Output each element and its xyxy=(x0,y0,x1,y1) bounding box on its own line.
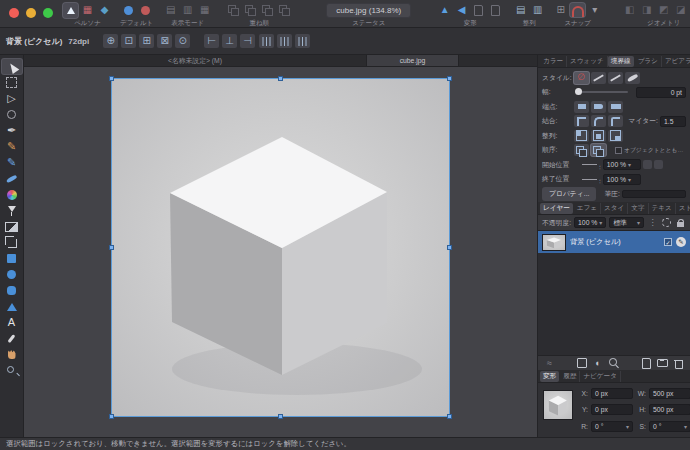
rotation-center-icon[interactable]: ⊕ xyxy=(103,34,118,48)
dashed-stroke-button[interactable] xyxy=(608,72,623,84)
layer-edit-badge-icon[interactable] xyxy=(676,237,686,247)
canvas-viewport[interactable] xyxy=(24,67,537,437)
minimize-window-button[interactable] xyxy=(26,8,36,18)
geometry-add-icon[interactable]: ◧ xyxy=(622,3,637,17)
width-input[interactable]: 500 px xyxy=(649,388,690,399)
geometry-intersect-icon[interactable]: ◩ xyxy=(656,3,671,17)
document-tab-untitled[interactable]: <名称未設定> (M) xyxy=(24,55,367,66)
tab-navigator[interactable]: ナビゲータ xyxy=(580,371,621,382)
selection-handle-sw[interactable] xyxy=(109,414,114,419)
opacity-stepper-icon[interactable]: ⋮ xyxy=(647,217,658,229)
new-layer-icon[interactable] xyxy=(640,357,653,370)
default-preset-red-icon[interactable] xyxy=(138,3,153,17)
height-input[interactable]: 500 px xyxy=(649,404,690,415)
shear-input[interactable]: 0 ° xyxy=(649,421,690,432)
view-mode-pixel-icon[interactable]: ▥ xyxy=(180,3,195,17)
rectangle-tool[interactable] xyxy=(2,251,22,266)
artboard-tool[interactable] xyxy=(2,75,22,90)
pressure-profile-field[interactable] xyxy=(622,190,686,198)
move-tool[interactable] xyxy=(2,59,22,74)
tab-swatches[interactable]: スウォッチ xyxy=(567,56,608,67)
anchor-point-selector[interactable] xyxy=(543,390,573,420)
move-to-back-icon[interactable] xyxy=(277,3,292,17)
live-filter-icon[interactable] xyxy=(608,357,621,370)
document-image[interactable] xyxy=(112,79,449,416)
distribute-vertical-icon[interactable] xyxy=(295,34,310,48)
bevel-join-button[interactable] xyxy=(608,115,623,127)
layer-row-background[interactable]: 背景 (ピクセル) xyxy=(538,231,690,253)
crop-tool[interactable] xyxy=(2,235,22,250)
stroke-extra-button-1[interactable] xyxy=(643,160,652,169)
butt-cap-button[interactable] xyxy=(574,101,589,113)
square-cap-button[interactable] xyxy=(608,101,623,113)
geometry-subtract-icon[interactable]: ◨ xyxy=(639,3,654,17)
rotation-input[interactable]: 0 ° xyxy=(591,421,633,432)
selection-handle-se[interactable] xyxy=(447,414,452,419)
pencil-tool[interactable]: ✎ xyxy=(2,155,22,170)
stroke-behind-fill-button[interactable] xyxy=(574,144,589,156)
cycle-selection-box-icon[interactable]: ⊡ xyxy=(121,34,136,48)
zoom-tool[interactable] xyxy=(2,363,22,378)
document-tab-cube[interactable]: cube.jpg xyxy=(367,55,459,66)
place-image-tool[interactable] xyxy=(2,219,22,234)
selection-handle-e[interactable] xyxy=(447,245,452,250)
miter-input[interactable]: 1.5 xyxy=(660,116,686,127)
x-input[interactable]: 0 px xyxy=(591,388,633,399)
lock-layer-icon[interactable] xyxy=(675,217,686,229)
stroke-end-input[interactable]: 100 % xyxy=(603,174,641,185)
color-picker-tool[interactable] xyxy=(2,331,22,346)
flip-horizontal-icon[interactable]: ▲ xyxy=(437,3,452,17)
selection-handle-w[interactable] xyxy=(109,245,114,250)
default-preset-blue-icon[interactable] xyxy=(121,3,136,17)
align-center-icon[interactable]: ⊥ xyxy=(222,34,237,48)
stroke-align-outside-button[interactable] xyxy=(608,130,623,142)
tab-layers[interactable]: レイヤー xyxy=(540,203,573,214)
end-stepper-icon[interactable] xyxy=(597,170,603,188)
snapping-magnet-icon[interactable] xyxy=(570,3,585,17)
pixel-persona-icon[interactable]: ▦ xyxy=(80,3,95,17)
view-mode-vector-icon[interactable]: ▤ xyxy=(163,3,178,17)
selection-handle-nw[interactable] xyxy=(109,76,114,81)
move-to-front-icon[interactable] xyxy=(226,3,241,17)
stroke-width-input[interactable]: 0 pt xyxy=(636,87,686,98)
y-input[interactable]: 0 px xyxy=(591,404,633,415)
text-tool[interactable]: A xyxy=(2,315,22,330)
selection-handle-s[interactable] xyxy=(278,414,283,419)
opacity-input[interactable]: 100 % xyxy=(574,217,606,228)
snap-dropdown-caret-icon[interactable]: ▾ xyxy=(587,3,602,17)
point-transform-tool[interactable] xyxy=(2,107,22,122)
tab-stroke[interactable]: 境界線 xyxy=(608,56,634,67)
tab-history[interactable]: 履歴 xyxy=(560,371,580,382)
view-hand-tool[interactable] xyxy=(2,347,22,362)
round-cap-button[interactable] xyxy=(591,101,606,113)
scale-with-object-checkbox[interactable] xyxy=(615,147,622,154)
export-persona-icon[interactable]: ◆ xyxy=(97,3,112,17)
color-wheel-tool[interactable] xyxy=(2,187,22,202)
affinity-photo-logo[interactable] xyxy=(63,3,78,18)
tab-color[interactable]: カラー xyxy=(540,56,567,67)
layer-visibility-checkbox[interactable] xyxy=(664,238,672,246)
new-group-icon[interactable] xyxy=(656,357,669,370)
distribute-horizontal-icon[interactable] xyxy=(259,34,274,48)
align-right-icon[interactable]: ⊣ xyxy=(240,34,255,48)
transparency-tool[interactable] xyxy=(2,203,22,218)
tab-text-styles[interactable]: テキス xyxy=(649,203,676,214)
transform-separately-icon[interactable]: ⊠ xyxy=(157,34,172,48)
tab-styles[interactable]: スタイ xyxy=(601,203,628,214)
rounded-rectangle-tool[interactable] xyxy=(2,283,22,298)
align-left-icon[interactable]: ⊢ xyxy=(204,34,219,48)
blend-ranges-icon[interactable]: ≈ xyxy=(543,357,556,370)
show-handles-icon[interactable]: ⊞ xyxy=(139,34,154,48)
alignment-icon[interactable]: ▤ xyxy=(513,3,528,17)
delete-layer-icon[interactable] xyxy=(672,357,685,370)
no-stroke-button[interactable]: ∅ xyxy=(574,72,589,84)
zoom-window-button[interactable] xyxy=(43,8,53,18)
ellipse-tool[interactable] xyxy=(2,267,22,282)
distribute-center-icon[interactable] xyxy=(277,34,292,48)
brush-stroke-button[interactable] xyxy=(625,72,640,84)
tab-brushes[interactable]: ブラシ xyxy=(635,56,662,67)
alignment-options-icon[interactable]: ▥ xyxy=(530,3,545,17)
rotate-cw-icon[interactable] xyxy=(488,3,503,17)
move-backward-icon[interactable] xyxy=(260,3,275,17)
snap-grid-icon[interactable]: ⊞ xyxy=(553,3,568,17)
